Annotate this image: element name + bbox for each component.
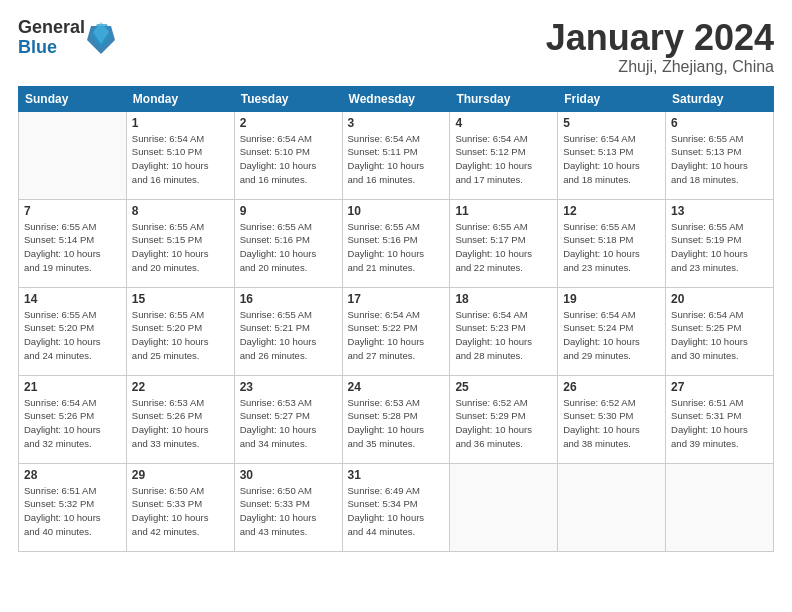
day-info: Sunrise: 6:51 AMSunset: 5:32 PMDaylight:… — [24, 484, 121, 539]
table-row: 22Sunrise: 6:53 AMSunset: 5:26 PMDayligh… — [126, 375, 234, 463]
table-row: 21Sunrise: 6:54 AMSunset: 5:26 PMDayligh… — [19, 375, 127, 463]
table-row — [19, 111, 127, 199]
day-number: 24 — [348, 380, 445, 394]
calendar-week-row: 1Sunrise: 6:54 AMSunset: 5:10 PMDaylight… — [19, 111, 774, 199]
day-number: 8 — [132, 204, 229, 218]
table-row: 18Sunrise: 6:54 AMSunset: 5:23 PMDayligh… — [450, 287, 558, 375]
day-number: 29 — [132, 468, 229, 482]
logo-text: General Blue — [18, 18, 85, 58]
table-row: 6Sunrise: 6:55 AMSunset: 5:13 PMDaylight… — [666, 111, 774, 199]
day-number: 17 — [348, 292, 445, 306]
day-number: 2 — [240, 116, 337, 130]
day-info: Sunrise: 6:49 AMSunset: 5:34 PMDaylight:… — [348, 484, 445, 539]
day-info: Sunrise: 6:55 AMSunset: 5:18 PMDaylight:… — [563, 220, 660, 275]
table-row: 23Sunrise: 6:53 AMSunset: 5:27 PMDayligh… — [234, 375, 342, 463]
day-info: Sunrise: 6:55 AMSunset: 5:17 PMDaylight:… — [455, 220, 552, 275]
table-row: 30Sunrise: 6:50 AMSunset: 5:33 PMDayligh… — [234, 463, 342, 551]
day-info: Sunrise: 6:55 AMSunset: 5:14 PMDaylight:… — [24, 220, 121, 275]
day-info: Sunrise: 6:54 AMSunset: 5:13 PMDaylight:… — [563, 132, 660, 187]
table-row: 2Sunrise: 6:54 AMSunset: 5:10 PMDaylight… — [234, 111, 342, 199]
day-info: Sunrise: 6:53 AMSunset: 5:26 PMDaylight:… — [132, 396, 229, 451]
day-info: Sunrise: 6:54 AMSunset: 5:24 PMDaylight:… — [563, 308, 660, 363]
table-row: 25Sunrise: 6:52 AMSunset: 5:29 PMDayligh… — [450, 375, 558, 463]
day-info: Sunrise: 6:54 AMSunset: 5:12 PMDaylight:… — [455, 132, 552, 187]
col-thursday: Thursday — [450, 86, 558, 111]
table-row: 9Sunrise: 6:55 AMSunset: 5:16 PMDaylight… — [234, 199, 342, 287]
table-row: 4Sunrise: 6:54 AMSunset: 5:12 PMDaylight… — [450, 111, 558, 199]
day-number: 9 — [240, 204, 337, 218]
day-info: Sunrise: 6:54 AMSunset: 5:22 PMDaylight:… — [348, 308, 445, 363]
calendar-week-row: 14Sunrise: 6:55 AMSunset: 5:20 PMDayligh… — [19, 287, 774, 375]
day-number: 21 — [24, 380, 121, 394]
day-number: 6 — [671, 116, 768, 130]
day-number: 15 — [132, 292, 229, 306]
calendar-table: Sunday Monday Tuesday Wednesday Thursday… — [18, 86, 774, 552]
table-row: 26Sunrise: 6:52 AMSunset: 5:30 PMDayligh… — [558, 375, 666, 463]
calendar-week-row: 28Sunrise: 6:51 AMSunset: 5:32 PMDayligh… — [19, 463, 774, 551]
day-number: 7 — [24, 204, 121, 218]
col-friday: Friday — [558, 86, 666, 111]
table-row: 5Sunrise: 6:54 AMSunset: 5:13 PMDaylight… — [558, 111, 666, 199]
table-row: 24Sunrise: 6:53 AMSunset: 5:28 PMDayligh… — [342, 375, 450, 463]
day-info: Sunrise: 6:53 AMSunset: 5:27 PMDaylight:… — [240, 396, 337, 451]
day-number: 5 — [563, 116, 660, 130]
day-info: Sunrise: 6:55 AMSunset: 5:21 PMDaylight:… — [240, 308, 337, 363]
day-info: Sunrise: 6:54 AMSunset: 5:11 PMDaylight:… — [348, 132, 445, 187]
table-row: 10Sunrise: 6:55 AMSunset: 5:16 PMDayligh… — [342, 199, 450, 287]
day-number: 22 — [132, 380, 229, 394]
table-row: 28Sunrise: 6:51 AMSunset: 5:32 PMDayligh… — [19, 463, 127, 551]
day-info: Sunrise: 6:50 AMSunset: 5:33 PMDaylight:… — [240, 484, 337, 539]
table-row: 1Sunrise: 6:54 AMSunset: 5:10 PMDaylight… — [126, 111, 234, 199]
day-info: Sunrise: 6:54 AMSunset: 5:25 PMDaylight:… — [671, 308, 768, 363]
calendar-header-row: Sunday Monday Tuesday Wednesday Thursday… — [19, 86, 774, 111]
day-info: Sunrise: 6:54 AMSunset: 5:26 PMDaylight:… — [24, 396, 121, 451]
day-info: Sunrise: 6:52 AMSunset: 5:30 PMDaylight:… — [563, 396, 660, 451]
day-number: 1 — [132, 116, 229, 130]
day-number: 23 — [240, 380, 337, 394]
day-number: 4 — [455, 116, 552, 130]
page: General Blue January 2024 Zhuji, Zhejian… — [0, 0, 792, 612]
table-row: 31Sunrise: 6:49 AMSunset: 5:34 PMDayligh… — [342, 463, 450, 551]
table-row: 12Sunrise: 6:55 AMSunset: 5:18 PMDayligh… — [558, 199, 666, 287]
col-monday: Monday — [126, 86, 234, 111]
day-info: Sunrise: 6:55 AMSunset: 5:16 PMDaylight:… — [348, 220, 445, 275]
table-row — [666, 463, 774, 551]
table-row: 15Sunrise: 6:55 AMSunset: 5:20 PMDayligh… — [126, 287, 234, 375]
day-number: 31 — [348, 468, 445, 482]
table-row: 11Sunrise: 6:55 AMSunset: 5:17 PMDayligh… — [450, 199, 558, 287]
day-number: 11 — [455, 204, 552, 218]
col-tuesday: Tuesday — [234, 86, 342, 111]
day-info: Sunrise: 6:54 AMSunset: 5:23 PMDaylight:… — [455, 308, 552, 363]
table-row — [450, 463, 558, 551]
day-info: Sunrise: 6:55 AMSunset: 5:20 PMDaylight:… — [132, 308, 229, 363]
day-number: 3 — [348, 116, 445, 130]
col-saturday: Saturday — [666, 86, 774, 111]
day-number: 25 — [455, 380, 552, 394]
table-row: 13Sunrise: 6:55 AMSunset: 5:19 PMDayligh… — [666, 199, 774, 287]
day-number: 13 — [671, 204, 768, 218]
day-info: Sunrise: 6:54 AMSunset: 5:10 PMDaylight:… — [240, 132, 337, 187]
day-info: Sunrise: 6:52 AMSunset: 5:29 PMDaylight:… — [455, 396, 552, 451]
day-number: 12 — [563, 204, 660, 218]
day-info: Sunrise: 6:55 AMSunset: 5:16 PMDaylight:… — [240, 220, 337, 275]
table-row: 27Sunrise: 6:51 AMSunset: 5:31 PMDayligh… — [666, 375, 774, 463]
calendar-week-row: 21Sunrise: 6:54 AMSunset: 5:26 PMDayligh… — [19, 375, 774, 463]
day-number: 14 — [24, 292, 121, 306]
logo-icon — [87, 22, 115, 54]
calendar-week-row: 7Sunrise: 6:55 AMSunset: 5:14 PMDaylight… — [19, 199, 774, 287]
location-subtitle: Zhuji, Zhejiang, China — [546, 58, 774, 76]
col-wednesday: Wednesday — [342, 86, 450, 111]
logo: General Blue — [18, 18, 115, 58]
day-number: 20 — [671, 292, 768, 306]
day-info: Sunrise: 6:50 AMSunset: 5:33 PMDaylight:… — [132, 484, 229, 539]
table-row: 16Sunrise: 6:55 AMSunset: 5:21 PMDayligh… — [234, 287, 342, 375]
day-number: 28 — [24, 468, 121, 482]
day-info: Sunrise: 6:53 AMSunset: 5:28 PMDaylight:… — [348, 396, 445, 451]
day-number: 30 — [240, 468, 337, 482]
day-number: 16 — [240, 292, 337, 306]
table-row: 3Sunrise: 6:54 AMSunset: 5:11 PMDaylight… — [342, 111, 450, 199]
table-row: 17Sunrise: 6:54 AMSunset: 5:22 PMDayligh… — [342, 287, 450, 375]
table-row: 20Sunrise: 6:54 AMSunset: 5:25 PMDayligh… — [666, 287, 774, 375]
day-number: 10 — [348, 204, 445, 218]
day-number: 19 — [563, 292, 660, 306]
